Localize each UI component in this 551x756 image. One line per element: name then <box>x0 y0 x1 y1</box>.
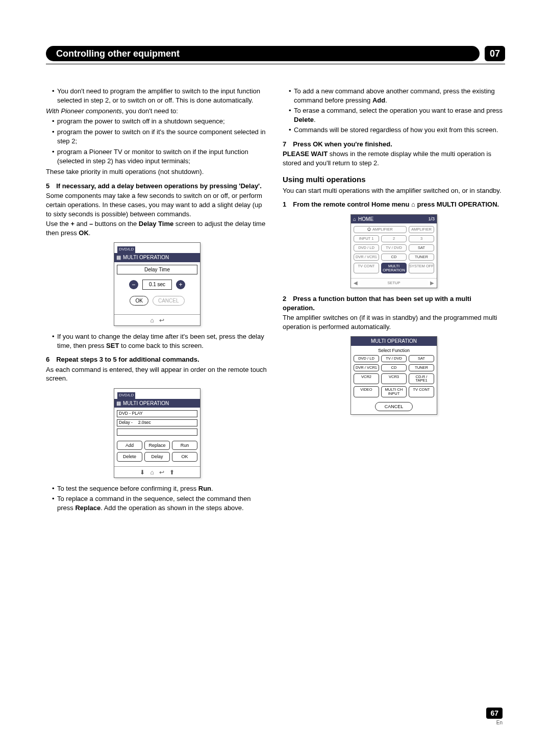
command-line[interactable]: DVD - PLAY <box>117 410 197 417</box>
home-cell-tuner[interactable]: TUNER <box>409 254 434 261</box>
list-item: To test the sequence before confirming i… <box>52 484 268 493</box>
screen-tab: DVD/LD <box>117 392 135 399</box>
home-icon: ⌂ <box>411 200 415 208</box>
plus-button[interactable]: + <box>176 280 185 289</box>
step2-body: The amplifier switches on (if it was in … <box>283 313 505 331</box>
screen-footer-icons: ⌂↩ <box>114 314 200 325</box>
list-item: If you want to change the delay time aft… <box>52 332 268 350</box>
screen-subtitle: Select Function <box>351 346 437 355</box>
delay-time-label: Delay Time <box>117 265 197 275</box>
back-icon[interactable]: ↩ <box>159 468 164 476</box>
down-arrow-icon[interactable]: ⬇ <box>140 468 145 476</box>
cancel-button[interactable]: CANCEL <box>375 402 413 411</box>
list-item: To erase a command, select the operation… <box>289 106 505 124</box>
home-cell-dvr-vcr1[interactable]: DVR / VCR1 <box>354 254 379 261</box>
screen-tab: DVD/LD <box>117 246 135 253</box>
home-cell-3[interactable]: 3 <box>409 235 434 242</box>
screen-title-bar: ▦MULTI OPERATION <box>114 399 200 408</box>
home-cell-amplifier[interactable]: AMPLIFIER <box>409 226 434 233</box>
step1-head: 1 From the remote control Home menu ⌂ pr… <box>283 200 505 209</box>
func-cd[interactable]: CD <box>381 364 407 371</box>
home-cell-sat[interactable]: SAT <box>409 244 434 251</box>
func-video[interactable]: VIDEO <box>354 386 379 397</box>
screen-footer-icons: ⬇⌂↩⬆ <box>114 466 200 477</box>
home-grid: ⏻ AMPLIFIER AMPLIFIER INPUT 1 2 3 DVD / … <box>354 226 434 273</box>
home-cell-system-off[interactable]: SYSTEM OFF <box>409 263 434 274</box>
func-sat[interactable]: SAT <box>409 355 434 362</box>
screen-nav-row: ◀ SETUP ▶ <box>351 278 437 288</box>
home-icon: ⌂ <box>353 216 356 223</box>
home-icon[interactable]: ⌂ <box>150 468 154 476</box>
right-column: To add a new command above another comma… <box>283 87 505 514</box>
priority-note: These take priority in multi operations … <box>46 167 268 177</box>
ok-button[interactable]: OK <box>172 452 197 461</box>
command-list-notes: To test the sequence before confirming i… <box>46 484 268 513</box>
list-item: program the power to switch on if it's t… <box>52 128 268 145</box>
home-cell-amplifier-power[interactable]: ⏻ AMPLIFIER <box>354 226 407 233</box>
cancel-button[interactable]: CANCEL <box>153 296 185 306</box>
using-body: You can start multi operations with the … <box>283 186 505 195</box>
home-icon[interactable]: ⌂ <box>150 316 154 324</box>
screen-title-bar: ⌂HOME1/3 <box>351 215 437 224</box>
delay-time-screen: DVD/LD ▦MULTI OPERATION Delay Time − 0.1… <box>114 242 201 326</box>
home-menu-screen: ⌂HOME1/3 ⏻ AMPLIFIER AMPLIFIER INPUT 1 2… <box>350 214 437 288</box>
home-cell-multi-operation[interactable]: MULTI OPERATION <box>381 263 407 274</box>
command-line[interactable]: Delay - 2.0sec <box>117 419 197 426</box>
func-tv-dvd[interactable]: TV / DVD <box>381 355 407 362</box>
list-item: You don't need to program the amplifier … <box>52 87 268 105</box>
right-arrow-icon[interactable]: ▶ <box>430 280 434 287</box>
home-cell-tv-cont[interactable]: TV CONT <box>354 263 379 274</box>
step2-head: 2 Press a function button that has been … <box>283 294 505 312</box>
chapter-header-line: Controlling other equipment 07 <box>46 46 505 61</box>
left-arrow-icon[interactable]: ◀ <box>354 280 358 287</box>
delay-button[interactable]: Delay <box>144 452 170 461</box>
select-function-grid: DVD / LD TV / DVD SAT DVR / VCR1 CD TUNE… <box>351 355 437 397</box>
chapter-number: 07 <box>485 46 505 61</box>
step5-body1: Some components may take a few seconds t… <box>46 191 268 218</box>
page-language: En <box>486 720 503 725</box>
home-cell-dvd-ld[interactable]: DVD / LD <box>354 244 379 251</box>
func-multi-ch[interactable]: MULTI CH INPUT <box>381 386 407 397</box>
delay-value: 0.1 sec <box>142 280 172 290</box>
page-indicator: 1/3 <box>428 216 435 222</box>
func-cdr-tape1[interactable]: CD-R / TAPE1 <box>409 373 434 385</box>
home-cell-tv-dvd[interactable]: TV / DVD <box>381 244 407 251</box>
command-notes-list: To add a new command above another comma… <box>283 87 505 135</box>
up-arrow-icon[interactable]: ⬆ <box>169 468 174 476</box>
minus-button[interactable]: − <box>129 280 138 289</box>
func-vcr2[interactable]: VCR2 <box>354 373 379 385</box>
pioneer-list: program the power to switch off in a shu… <box>46 117 268 166</box>
list-item: To replace a command in the sequence, se… <box>52 494 268 512</box>
select-function-screen: MULTI OPERATION Select Function DVD / LD… <box>350 336 437 415</box>
func-dvd-ld[interactable]: DVD / LD <box>354 355 379 362</box>
list-item: program the power to switch off in a shu… <box>52 117 268 126</box>
left-column: You don't need to program the amplifier … <box>46 87 268 514</box>
func-dvr-vcr1[interactable]: DVR / VCR1 <box>354 364 379 371</box>
command-line-empty[interactable] <box>117 429 197 436</box>
screen-title-bar: ▦MULTI OPERATION <box>114 253 200 262</box>
screen-title: MULTI OPERATION <box>351 337 437 346</box>
content-columns: You don't need to program the amplifier … <box>46 87 505 514</box>
using-multi-operations-head: Using multi operations <box>283 174 505 185</box>
back-icon[interactable]: ↩ <box>159 316 164 324</box>
func-tv-cont[interactable]: TV CONT <box>409 386 434 397</box>
func-vcr3[interactable]: VCR3 <box>381 373 407 385</box>
run-button[interactable]: Run <box>172 441 197 450</box>
replace-button[interactable]: Replace <box>144 441 170 450</box>
home-cell-input1[interactable]: INPUT 1 <box>354 235 379 242</box>
delete-button[interactable]: Delete <box>117 452 142 461</box>
home-cell-cd[interactable]: CD <box>381 254 407 261</box>
func-tuner[interactable]: TUNER <box>409 364 434 371</box>
add-button[interactable]: Add <box>117 441 142 450</box>
list-item: To add a new command above another comma… <box>289 87 505 105</box>
pioneer-lead: With Pioneer components, you don't need … <box>46 107 268 116</box>
step6-body: As each command is entered, they will ap… <box>46 365 268 383</box>
delay-change-list: If you want to change the delay time aft… <box>46 332 268 350</box>
ok-button[interactable]: OK <box>130 296 148 306</box>
step5-head: 5 If necessary, add a delay between oper… <box>46 182 268 191</box>
auto-note-list: You don't need to program the amplifier … <box>46 87 268 105</box>
step6-head: 6 Repeat steps 3 to 5 for additional com… <box>46 355 268 364</box>
home-cell-2[interactable]: 2 <box>381 235 407 242</box>
list-item: program a Pioneer TV or monitor to switc… <box>52 147 268 165</box>
setup-button[interactable]: SETUP <box>360 280 428 286</box>
